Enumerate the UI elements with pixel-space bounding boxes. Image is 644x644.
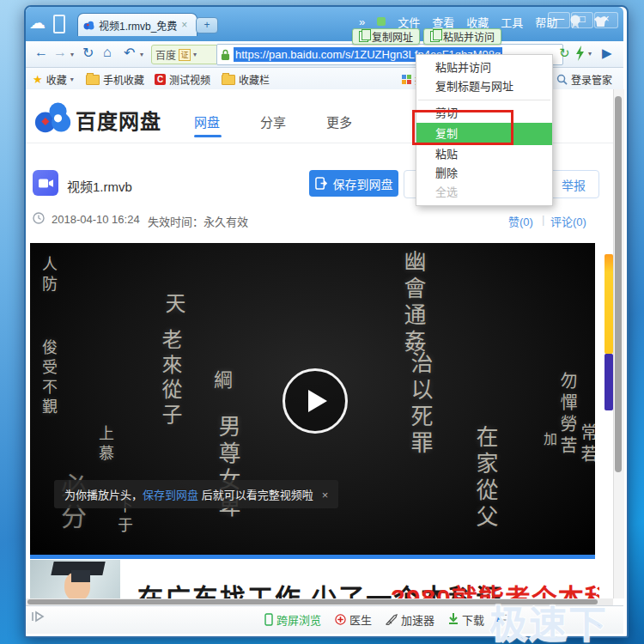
rocket-icon [386, 614, 398, 625]
file-date: 2018-04-10 16:24 [52, 213, 140, 226]
accelerator-button[interactable]: 加速器 [386, 611, 434, 628]
menu-item-paste[interactable]: 粘贴 [416, 145, 552, 164]
engine-label: 百度 [155, 47, 176, 62]
file-expire: 失效时间：永久有效 [148, 213, 248, 229]
menu-file[interactable]: 文件 [398, 14, 420, 30]
site-tab-more[interactable]: 更多 [326, 112, 352, 131]
sidebar-toggle-icon[interactable] [31, 611, 48, 623]
c-site-icon: C [155, 74, 166, 85]
like-link[interactable]: 赞(0) [508, 213, 533, 229]
video-calligraphy: 綱 [207, 370, 234, 393]
ad-banner[interactable]: 在广东找工作 少了一个本科证 2980就能考个本科! [30, 560, 599, 598]
menu-separator [418, 100, 550, 100]
folder-icon [86, 75, 100, 85]
paste-icon [430, 31, 440, 42]
bookmark-test-video[interactable]: C 测试视频 [155, 72, 210, 87]
tab-close-icon[interactable]: × [181, 19, 187, 31]
video-player[interactable]: 幽會通姦 治以死罪 在家從父 勿憚勞苦 常若 加 天 老來從子 綱 男尊女卑 人… [30, 243, 595, 559]
engine-dropdown-icon: ▾ [193, 51, 197, 58]
forward-button[interactable]: → [53, 45, 67, 60]
bookmark-mobile-folder[interactable]: 手机收藏 [86, 72, 144, 87]
new-tab-button[interactable]: + [196, 17, 218, 33]
red-cross-icon [335, 614, 346, 625]
add-favorite-button[interactable]: ★ 收藏 ▾ [33, 72, 74, 87]
extension-icon[interactable] [377, 17, 386, 26]
social-divider: | [542, 213, 544, 226]
bookmark-label: 手机收藏 [103, 72, 144, 87]
site-tab-pan[interactable]: 网盘 [194, 112, 220, 131]
cloud-sync-icon[interactable]: ☁ [29, 13, 46, 33]
side-ribbon-purple[interactable] [605, 354, 613, 410]
video-calligraphy: 上慕 [94, 425, 116, 465]
undo-dropdown-icon[interactable]: ▾ [140, 51, 143, 58]
menu-favorites[interactable]: 收藏 [466, 14, 489, 30]
translate-refresh-icon[interactable]: ↻ [559, 46, 570, 61]
side-ribbon-yellow[interactable] [605, 254, 613, 354]
toast-text: 后就可以看完整视频啦 [198, 489, 313, 501]
bookmark-label: 收藏栏 [239, 72, 270, 87]
doctor-button[interactable]: 医生 [335, 611, 372, 628]
menu-item-copy-title-url[interactable]: 复制标题与网址 [416, 77, 552, 96]
home-button[interactable]: ⌂ [103, 45, 112, 60]
menu-overflow-chevron[interactable]: » [359, 15, 365, 28]
cert-badge-icon: 证 [179, 49, 191, 61]
status-tools: 跨屏浏览 医生 加速器 下载 [258, 605, 511, 633]
go-button[interactable]: ▶ [602, 46, 612, 61]
bookmark-bar-folder[interactable]: 收藏栏 [222, 72, 270, 87]
video-calligraphy: 人防 [37, 256, 59, 295]
ad-image [30, 560, 120, 598]
video-calligraphy: 幽會通姦 [398, 250, 429, 356]
history-dropdown-icon[interactable]: ▾ [70, 51, 74, 58]
video-progress-bar[interactable] [30, 555, 595, 559]
save-to-pan-button[interactable]: 保存到网盘 [309, 170, 398, 197]
download-manager-button[interactable]: 下载 [448, 611, 484, 628]
close-button[interactable]: × [594, 12, 618, 28]
cross-screen-button[interactable]: 跨屏浏览 [264, 611, 321, 628]
status-label: 下载 [462, 611, 484, 628]
status-label: 医生 [349, 611, 372, 628]
phone-sync-icon[interactable] [53, 15, 65, 33]
save-label: 保存到网盘 [333, 175, 393, 192]
folder-icon [222, 75, 235, 85]
video-calligraphy: 常若 [576, 423, 595, 466]
toast-save-link[interactable]: 保存到网盘 [143, 489, 198, 501]
play-button[interactable] [283, 368, 348, 434]
report-button[interactable]: 举报 [548, 170, 599, 198]
paste-visit-button[interactable]: 粘贴并访问 [423, 28, 501, 45]
site-brand[interactable]: 百度网盘 [76, 105, 161, 135]
maximize-button[interactable]: □ [571, 12, 593, 28]
bookmark-label: 测试视频 [169, 72, 210, 87]
video-toast: 为你播放片头，保存到网盘 后就可以看完整视频啦× [54, 480, 338, 508]
undo-close-button[interactable]: ↶ [124, 45, 135, 61]
login-manager-label: 登录管家 [571, 72, 612, 87]
comment-link[interactable]: 评论(0) [550, 213, 586, 229]
menu-tools[interactable]: 工具 [501, 14, 523, 30]
video-calligraphy: 加 [538, 432, 559, 450]
video-calligraphy: 俊受不覲 [37, 339, 59, 418]
refresh-button[interactable]: ↻ [82, 45, 94, 61]
clock-icon [33, 212, 45, 224]
bolt-dropdown-icon[interactable]: ▾ [588, 50, 592, 58]
watermark: 极速下载站 [489, 594, 644, 644]
login-manager-button[interactable]: 登录管家 [556, 72, 612, 87]
apps-grid-icon [402, 75, 411, 84]
search-engine-selector[interactable]: 百度 证 ▾ [151, 45, 222, 64]
tab-title: 视频1.rmvb_免费 [99, 18, 177, 33]
menu-item-select-all[interactable]: 全选 [416, 183, 552, 202]
minimize-button[interactable]: — [548, 12, 570, 28]
toast-close-icon[interactable]: × [322, 489, 329, 501]
back-button[interactable]: ← [34, 45, 48, 60]
browser-tab[interactable]: 视频1.rmvb_免费 × [77, 13, 197, 36]
menu-item-delete[interactable]: 删除 [416, 164, 552, 183]
vertical-scrollbar-thumb[interactable] [615, 96, 622, 472]
copy-url-button[interactable]: 复制网址 [352, 28, 420, 45]
paste-visit-label: 粘贴并访问 [443, 29, 495, 44]
speed-bolt-icon[interactable] [575, 46, 585, 61]
menu-view[interactable]: 查看 [432, 14, 454, 30]
video-calligraphy: 在家從父 [470, 425, 501, 532]
video-calligraphy: 老來從子 [155, 329, 185, 428]
menu-item-paste-visit[interactable]: 粘贴并访问 [416, 58, 552, 77]
site-tab-share[interactable]: 分享 [260, 112, 286, 131]
baidu-pan-favicon [83, 20, 94, 31]
video-calligraphy: 治以死罪 [404, 351, 436, 458]
